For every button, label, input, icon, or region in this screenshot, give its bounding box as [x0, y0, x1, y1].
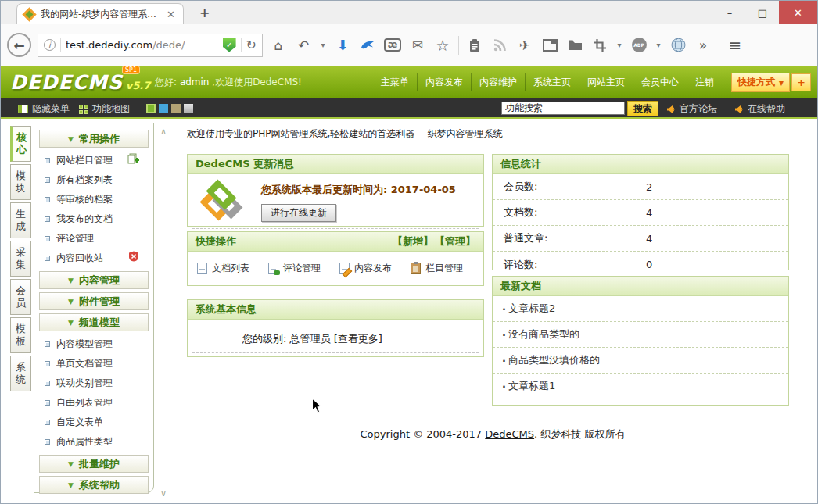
statistics-header: 信息统计	[493, 155, 788, 174]
menu-item-custom-form[interactable]: 自定义表单	[34, 413, 153, 432]
home-icon[interactable]: ⌂	[269, 38, 288, 53]
undo-dropdown-icon[interactable]: ▾	[319, 41, 327, 49]
tab-close-icon[interactable]: ✕	[165, 9, 177, 20]
security-shield-icon[interactable]: ✓	[223, 38, 236, 52]
stat-row-articles: 普通文章:4	[493, 226, 788, 252]
quick-add-button[interactable]: +	[791, 73, 811, 91]
crop-dropdown-icon[interactable]: ▾	[615, 41, 623, 49]
rss-icon[interactable]	[490, 38, 509, 52]
quick-access-dropdown[interactable]: 快捷方式▾	[731, 73, 790, 92]
menu-item-free-list[interactable]: 自由列表管理	[34, 393, 153, 413]
quick-manage-link[interactable]: 【管理】	[435, 234, 475, 248]
hide-menu-button[interactable]: 隐藏菜单	[18, 102, 70, 116]
url-path: /dede/	[152, 39, 185, 51]
menu-section-attachment[interactable]: ▼附件管理	[39, 292, 149, 310]
menu-section-system-help[interactable]: ▼系统帮助	[39, 476, 149, 494]
nav-main-menu[interactable]: 主菜单	[373, 73, 417, 91]
nav-site-home[interactable]: 网站主页	[579, 73, 633, 91]
view-more-link[interactable]: [查看更多]	[334, 333, 382, 345]
screenshot-crop-icon[interactable]	[590, 39, 609, 52]
module-tab-collect[interactable]: 采集	[10, 241, 31, 277]
latest-doc-item[interactable]: ·文章标题1	[493, 374, 788, 399]
menu-section-content[interactable]: ▼内容管理	[39, 271, 149, 289]
menu-item-comment-manage[interactable]: 评论管理	[34, 229, 153, 248]
reload-icon[interactable]: ↻	[246, 38, 257, 52]
hide-menu-icon	[18, 105, 28, 113]
menu-item-site-column[interactable]: 网站栏目管理	[34, 151, 153, 170]
quick-link-content-publish[interactable]: 内容发布	[339, 262, 392, 275]
nav-system-home[interactable]: 系统主页	[525, 73, 579, 91]
browser-tab[interactable]: 我的网站-织梦内容管理系... ✕	[16, 3, 184, 24]
menu-section-channel-model[interactable]: ▼频道模型	[39, 313, 149, 331]
bullet-icon	[45, 361, 50, 366]
folder-icon[interactable]	[565, 39, 584, 51]
module-tab-member[interactable]: 会员	[10, 279, 31, 315]
menu-scroll-down-icon[interactable]: ∨	[158, 488, 169, 499]
function-map-button[interactable]: 功能地图	[79, 102, 130, 116]
official-forum-link[interactable]: 官方论坛	[666, 102, 717, 116]
translate-icon[interactable]: æ	[383, 38, 402, 52]
back-button[interactable]: ←	[7, 33, 31, 57]
toolbar-overflow-icon[interactable]: »	[694, 38, 712, 53]
dot-icon: ·	[502, 303, 506, 315]
bird-addon-icon[interactable]	[358, 38, 377, 52]
menu-scroll-up-icon[interactable]: ∧	[158, 127, 169, 137]
url-bar[interactable]: i test.dedediy.com/dede/ ✓ ↻	[38, 34, 263, 57]
theme-swatch-gray[interactable]	[184, 104, 193, 113]
quick-link-comment-manage[interactable]: 评论管理	[268, 262, 321, 275]
send-page-icon[interactable]: ✈	[515, 38, 534, 53]
window-addon-icon[interactable]	[540, 39, 559, 52]
menu-item-pending-archives[interactable]: 等审核的档案	[34, 190, 153, 209]
quick-add-link[interactable]: 【新增】	[393, 234, 433, 248]
menu-item-single-page[interactable]: 单页文档管理	[34, 354, 153, 374]
dedecms-link[interactable]: DedeCMS	[485, 428, 534, 440]
nav-logout[interactable]: 注销	[687, 73, 722, 91]
latest-doc-item[interactable]: ·商品类型没填价格的	[493, 348, 788, 374]
hamburger-menu-icon[interactable]: ≡	[726, 36, 744, 55]
module-tab-core[interactable]: 核心	[10, 126, 31, 162]
theme-swatch-blue[interactable]	[159, 104, 168, 113]
function-search-input[interactable]	[501, 102, 625, 115]
module-tab-generate[interactable]: 生成	[10, 202, 31, 238]
download-icon[interactable]: ⬇	[333, 37, 352, 53]
undo-icon[interactable]: ↶	[294, 38, 313, 53]
latest-doc-item[interactable]: ·文章标题2	[493, 296, 788, 322]
module-tab-modules[interactable]: 模块	[10, 164, 31, 200]
online-help-link[interactable]: 在线帮助	[734, 102, 785, 116]
quick-link-column-manage[interactable]: 栏目管理	[411, 262, 463, 275]
browser-toolbar: ← i test.dedediy.com/dede/ ✓ ↻ ⌂ ↶ ▾ ⬇ æ…	[1, 24, 817, 66]
menu-item-linkage-category[interactable]: 联动类别管理	[34, 374, 153, 393]
theme-swatch-green[interactable]	[146, 104, 156, 113]
window-maximize-button[interactable]: □	[746, 1, 779, 24]
mail-icon[interactable]: ✉	[408, 38, 427, 53]
menu-item-product-attr-type[interactable]: 商品属性类型	[34, 432, 153, 452]
cms-header: DEDECMS v5.7 SP1 您好: admin ,欢迎使用DedeCMS!…	[1, 66, 817, 98]
globe-addon-icon[interactable]	[669, 38, 687, 52]
quick-link-doc-list[interactable]: 文档列表	[197, 262, 249, 275]
menu-item-recycle-bin[interactable]: 内容回收站	[34, 248, 153, 268]
adblock-dropdown-icon[interactable]: ▾	[655, 41, 662, 49]
module-tab-template[interactable]: 模板	[10, 317, 31, 353]
module-tab-system[interactable]: 系统	[10, 356, 31, 391]
latest-doc-item[interactable]: ·没有商品类型的	[493, 322, 788, 348]
theme-swatch-tan[interactable]	[171, 104, 181, 113]
menu-section-batch-maintain[interactable]: ▼批量维护	[39, 455, 149, 473]
new-tab-button[interactable]: +	[195, 5, 214, 20]
site-info-icon[interactable]: i	[44, 39, 56, 51]
menu-section-common[interactable]: ▼常用操作	[39, 130, 149, 148]
menu-item-my-documents[interactable]: 我发布的文档	[34, 209, 153, 229]
menu-item-all-archives[interactable]: 所有档案列表	[34, 170, 153, 190]
nav-content-maintain[interactable]: 内容维护	[471, 73, 525, 91]
nav-content-publish[interactable]: 内容发布	[417, 73, 471, 91]
window-minimize-button[interactable]: –	[713, 1, 746, 24]
window-close-button[interactable]: ✕	[779, 1, 817, 24]
menu-item-content-model[interactable]: 内容模型管理	[34, 334, 153, 354]
adblock-icon[interactable]: ABP	[630, 38, 648, 52]
url-text[interactable]: test.dedediy.com/dede/	[66, 39, 218, 51]
online-update-button[interactable]: 进行在线更新	[261, 204, 336, 222]
clipboard-addon-icon[interactable]	[465, 38, 484, 52]
speaker-icon	[734, 105, 744, 114]
bookmark-star-icon[interactable]: ☆	[433, 37, 452, 54]
search-button[interactable]: 搜索	[627, 101, 658, 116]
nav-member-center[interactable]: 会员中心	[633, 73, 687, 91]
